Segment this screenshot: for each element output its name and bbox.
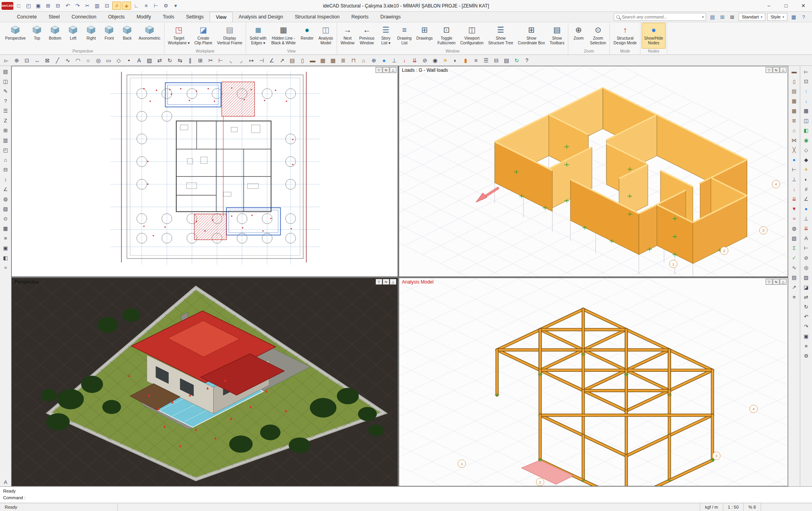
box-icon[interactable]: ▣ xyxy=(1,244,10,252)
ortho-icon[interactable]: ∟ xyxy=(132,2,141,10)
foundation-tool-icon[interactable]: ▩ xyxy=(790,106,799,115)
point-load-icon[interactable]: ↓ xyxy=(790,185,799,193)
calculator-icon[interactable]: ⊟ xyxy=(491,56,501,65)
text-icon[interactable]: A xyxy=(134,56,144,65)
arc-icon[interactable]: ◠ xyxy=(73,56,83,65)
tab-reports[interactable]: Reports xyxy=(345,12,374,22)
status-units[interactable]: kgf / m xyxy=(700,503,723,511)
measure-icon[interactable]: ⊢ xyxy=(151,2,161,10)
hatch-icon[interactable]: ▨ xyxy=(144,56,154,65)
wave-icon[interactable]: ≈ xyxy=(1,263,10,272)
pattern-icon[interactable]: ▧ xyxy=(1,204,10,213)
walk-icon[interactable]: ⇄ xyxy=(801,293,811,301)
previous-view-icon[interactable]: ↶ xyxy=(801,312,811,321)
story-up-icon[interactable]: ↑ xyxy=(801,87,811,95)
style-select[interactable]: Style ▾ xyxy=(767,13,787,21)
analyze-icon[interactable]: Σ xyxy=(790,244,799,252)
mesh-panel-icon[interactable]: ▦ xyxy=(1,224,10,233)
show-hide-nodes-button[interactable]: ●Show/Hide Nodes xyxy=(642,23,665,49)
point-icon[interactable]: • xyxy=(124,56,134,65)
mesh-tool-icon[interactable]: ▧ xyxy=(790,234,799,242)
zoom-button[interactable]: ⊕Zoom xyxy=(569,23,588,49)
labels-display-icon[interactable]: A xyxy=(801,234,811,242)
viewport-nodes-button[interactable]: N xyxy=(383,279,389,285)
materials-icon[interactable]: ◐ xyxy=(451,56,460,65)
dimension-icon[interactable]: ⊣ xyxy=(257,56,266,65)
tab-modify[interactable]: Modify xyxy=(131,12,157,22)
story-down-icon[interactable]: ↓ xyxy=(801,96,811,105)
create-clip-plane-button[interactable]: ◪Create Clip Plane xyxy=(192,23,215,49)
wall-icon[interactable]: ▤ xyxy=(287,56,297,65)
viewport-filter-button[interactable]: ▽ xyxy=(376,279,382,285)
camera-icon[interactable]: ◉ xyxy=(430,56,440,65)
nodes-display-icon[interactable]: ● xyxy=(801,204,811,213)
views-list-icon[interactable]: ≡ xyxy=(801,342,811,350)
axonometric-button[interactable]: Axonometric xyxy=(136,23,163,49)
drawings-button[interactable]: ⊞Drawings xyxy=(414,23,435,49)
minus-icon[interactable]: ⊟ xyxy=(1,165,10,174)
temperature-load-icon[interactable]: ≈ xyxy=(790,214,799,223)
previous-window-button[interactable]: ←Previous Window xyxy=(357,23,377,49)
grid-icon[interactable]: ⊞ xyxy=(1,126,10,135)
pan-icon[interactable]: ↔ xyxy=(32,56,42,65)
import-icon[interactable]: ⊞ xyxy=(44,2,53,10)
paste-icon[interactable]: ⊡ xyxy=(102,2,111,10)
beam-icon[interactable]: ▬ xyxy=(308,56,318,65)
list-icon[interactable]: ☰ xyxy=(1,106,10,115)
display-vertical-frame-button[interactable]: ▤Display Vertical Frame xyxy=(215,23,245,49)
status-scale[interactable]: 1 : 50 xyxy=(723,503,744,511)
design-icon[interactable]: ✓ xyxy=(790,253,799,262)
render-button[interactable]: ●Render xyxy=(298,23,316,49)
undo-icon[interactable]: ↶ xyxy=(63,2,72,10)
right-button[interactable]: Right xyxy=(82,23,100,49)
mirror-icon[interactable]: ⇆ xyxy=(175,56,185,65)
viewport-filter-button[interactable]: ▽ xyxy=(376,67,382,73)
tab-tools[interactable]: Tools xyxy=(157,12,180,22)
solid-with-edges-button[interactable]: ◼Solid with Edges ▾ xyxy=(247,23,269,49)
roof-icon[interactable]: ⌂ xyxy=(359,56,369,65)
support-tool-icon[interactable]: ⊥ xyxy=(790,175,799,184)
top-button[interactable]: Top xyxy=(28,23,46,49)
beam-tool-icon[interactable]: ▬ xyxy=(790,67,799,76)
tab-drawings[interactable]: Drawings xyxy=(374,12,407,22)
help-tool-icon[interactable]: ? xyxy=(522,56,532,65)
view-3d-icon[interactable]: ◧ xyxy=(801,126,811,135)
cut-icon[interactable]: ✂ xyxy=(83,2,92,10)
edit-icon[interactable]: ✎ xyxy=(1,87,10,95)
target-icon[interactable]: ⊙ xyxy=(1,214,10,223)
viewport-nodes-button[interactable]: N xyxy=(773,67,779,73)
layout-config-icon[interactable]: ▦ xyxy=(789,13,798,21)
structural-design-mode-button[interactable]: ↑Structural Design Mode xyxy=(611,23,639,49)
lights-icon[interactable]: ☀ xyxy=(801,165,811,174)
transparency-icon[interactable]: ▨ xyxy=(801,273,811,282)
redo-icon[interactable]: ↷ xyxy=(73,2,82,10)
selection-filter-icon[interactable]: ⊠ xyxy=(728,13,737,21)
tab-view[interactable]: View xyxy=(210,12,233,22)
help-panel-icon[interactable]: ? xyxy=(1,96,10,105)
slab-tool-icon[interactable]: ▦ xyxy=(790,96,799,105)
tab-objects[interactable]: Objects xyxy=(102,12,130,22)
home-icon[interactable]: ⌂ xyxy=(1,155,10,164)
viewport-nodes-button[interactable]: N xyxy=(773,279,779,285)
mass-icon[interactable]: ◍ xyxy=(790,224,799,233)
command-panel[interactable]: Ready Command : xyxy=(0,486,812,503)
wireframe-icon[interactable]: ◇ xyxy=(801,145,811,154)
favorites-icon[interactable]: ▤ xyxy=(708,13,717,21)
layers-icon[interactable]: ≡ xyxy=(142,2,151,10)
polygon-icon[interactable]: ◇ xyxy=(114,56,124,65)
next-window-button[interactable]: →Next Window xyxy=(338,23,357,49)
perspective-button[interactable]: Perspective xyxy=(3,23,28,49)
viewport-axes-button[interactable]: △ xyxy=(780,279,786,285)
section-icon[interactable]: ⊘ xyxy=(420,56,430,65)
angle-icon[interactable]: ∠ xyxy=(1,185,10,193)
rigid-link-icon[interactable]: ⊢ xyxy=(790,165,799,174)
orbit-icon[interactable]: ↻ xyxy=(801,302,811,311)
plan-canvas[interactable] xyxy=(12,66,398,276)
half-icon[interactable]: ◧ xyxy=(1,253,10,262)
standart-select[interactable]: Standart ▾ xyxy=(739,13,766,21)
target-workplane-button[interactable]: ◳Target Workplane ▾ xyxy=(166,23,192,49)
select-icon[interactable]: ▻ xyxy=(2,56,11,65)
settings-icon[interactable]: ⚙ xyxy=(161,2,170,10)
viewport-nodes-button[interactable]: N xyxy=(383,67,389,73)
hide-objects-icon[interactable]: ⊘ xyxy=(801,253,811,262)
